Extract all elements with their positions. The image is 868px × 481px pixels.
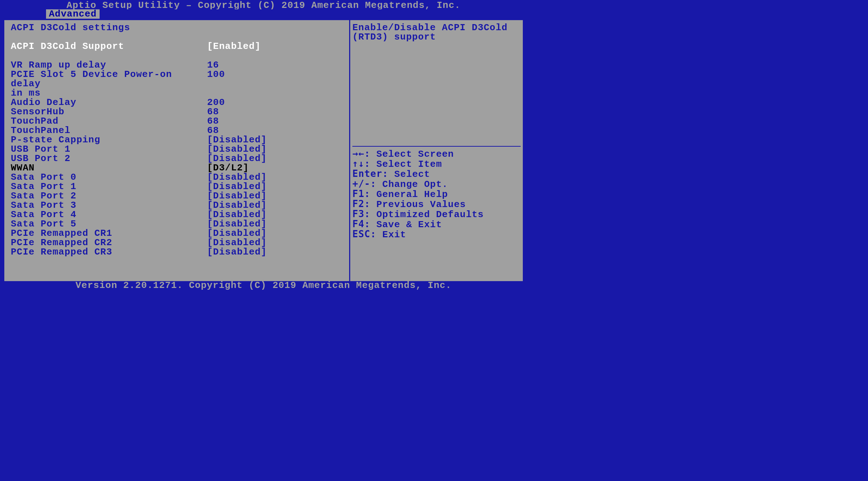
key-glyph: Enter: [352, 168, 394, 179]
setting-row[interactable]: USB Port 1[Disabled] [11, 145, 343, 154]
key-help-row: +/-: Change Opt. [352, 179, 521, 189]
setting-label: Sata Port 3 [11, 201, 207, 210]
setting-label: P-state Capping [11, 135, 207, 145]
setting-row[interactable]: WWAN[D3/L2] [11, 163, 343, 173]
setting-row-continuation: in ms [11, 88, 343, 98]
footer-version: Version 2.20.1271. Copyright (C) 2019 Am… [0, 282, 527, 290]
key-help-row: Enter: Select [352, 169, 521, 179]
key-text: Exit [382, 229, 406, 240]
key-text: Select [394, 169, 430, 180]
setting-value: 68 [207, 107, 219, 116]
setting-label: TouchPad [11, 116, 207, 126]
settings-panel: ACPI D3Cold settings ACPI D3Cold Support… [4, 20, 350, 281]
setting-row[interactable]: VR Ramp up delay16 [11, 60, 343, 70]
setting-row[interactable]: PCIe Remapped CR3[Disabled] [11, 247, 343, 257]
key-text: Save & Exit [376, 219, 442, 230]
setting-value: 68 [207, 126, 219, 135]
setting-value: [Disabled] [207, 210, 267, 219]
setting-value: [Disabled] [207, 154, 267, 163]
key-text: Optimized Defaults [376, 209, 484, 220]
key-glyph: →←: [352, 148, 376, 159]
key-help-row: →←: Select Screen [352, 149, 521, 159]
setting-row[interactable]: Sata Port 1[Disabled] [11, 182, 343, 191]
setting-value: [Disabled] [207, 247, 267, 257]
setting-row[interactable]: PCIe Remapped CR1[Disabled] [11, 229, 343, 238]
setting-row[interactable]: PCIE Slot 5 Device Power-on delay100 [11, 70, 343, 88]
key-glyph: F1: [352, 188, 376, 199]
help-divider [352, 146, 521, 147]
setting-label: USB Port 1 [11, 145, 207, 154]
setting-label: PCIE Slot 5 Device Power-on delay [11, 70, 207, 88]
setting-row[interactable]: Audio Delay200 [11, 98, 343, 107]
setting-row[interactable]: Sata Port 2[Disabled] [11, 191, 343, 201]
key-text: Previous Values [376, 199, 466, 210]
keys-section: →←: Select Screen↑↓: Select ItemEnter: S… [352, 149, 521, 239]
setting-row[interactable]: Sata Port 5[Disabled] [11, 219, 343, 229]
setting-value: 16 [207, 60, 219, 70]
key-glyph: +/-: [352, 178, 382, 189]
key-help-row: ↑↓: Select Item [352, 159, 521, 169]
setting-value: [Disabled] [207, 201, 267, 210]
setting-row[interactable]: PCIe Remapped CR2[Disabled] [11, 238, 343, 247]
header-title: Aptio Setup Utility – Copyright (C) 2019… [0, 0, 527, 9]
key-glyph: F2: [352, 198, 376, 209]
setting-label: Sata Port 0 [11, 173, 207, 182]
setting-row[interactable]: TouchPad68 [11, 116, 343, 126]
setting-value: [Disabled] [207, 238, 267, 247]
setting-value: 200 [207, 98, 225, 107]
key-text: Select Screen [376, 149, 454, 160]
setting-row[interactable]: Sata Port 0[Disabled] [11, 173, 343, 182]
key-text: General Help [376, 189, 448, 200]
setting-label: WWAN [11, 163, 207, 173]
setting-value: [Enabled] [207, 42, 261, 51]
tab-bar: Advanced [0, 9, 527, 19]
setting-row[interactable]: SensorHub68 [11, 107, 343, 116]
key-glyph: ↑↓: [352, 158, 376, 169]
setting-value: [Disabled] [207, 182, 267, 191]
setting-value: [Disabled] [207, 229, 267, 238]
setting-row[interactable]: Sata Port 3[Disabled] [11, 201, 343, 210]
setting-value: [D3/L2] [207, 163, 249, 173]
key-help-row: ESC: Exit [352, 229, 521, 239]
spacer [11, 51, 343, 60]
tab-advanced[interactable]: Advanced [46, 9, 100, 19]
setting-value: 100 [207, 70, 225, 88]
key-help-row: F4: Save & Exit [352, 219, 521, 229]
key-text: Change Opt. [382, 179, 448, 190]
setting-value: 68 [207, 116, 219, 126]
setting-row[interactable]: TouchPanel68 [11, 126, 343, 135]
setting-value: [Disabled] [207, 145, 267, 154]
setting-value: [Disabled] [207, 219, 267, 229]
setting-value: [Disabled] [207, 173, 267, 182]
main-container: ACPI D3Cold settings ACPI D3Cold Support… [3, 19, 524, 282]
help-panel: Enable/Disable ACPI D3Cold (RTD3) suppor… [350, 20, 523, 281]
setting-row[interactable]: USB Port 2[Disabled] [11, 154, 343, 163]
setting-label: PCIe Remapped CR2 [11, 238, 207, 247]
setting-label: PCIe Remapped CR1 [11, 229, 207, 238]
setting-label: in ms [11, 88, 207, 98]
setting-label: Sata Port 1 [11, 182, 207, 191]
key-help-row: F3: Optimized Defaults [352, 209, 521, 219]
setting-label: Audio Delay [11, 98, 207, 107]
setting-label: SensorHub [11, 107, 207, 116]
setting-value: [Disabled] [207, 191, 267, 201]
setting-label: Sata Port 5 [11, 219, 207, 229]
setting-label: Sata Port 4 [11, 210, 207, 219]
setting-label: TouchPanel [11, 126, 207, 135]
setting-row[interactable]: Sata Port 4[Disabled] [11, 210, 343, 219]
key-glyph: F4: [352, 219, 376, 229]
key-help-row: F2: Previous Values [352, 199, 521, 209]
setting-label: PCIe Remapped CR3 [11, 247, 207, 257]
setting-value: [Disabled] [207, 135, 267, 145]
section-title: ACPI D3Cold settings [11, 23, 343, 32]
key-help-row: F1: General Help [352, 189, 521, 199]
setting-row[interactable]: P-state Capping[Disabled] [11, 135, 343, 145]
help-text-line: (RTD3) support [352, 32, 521, 42]
setting-row[interactable]: ACPI D3Cold Support[Enabled] [11, 42, 343, 51]
key-glyph: F3: [352, 209, 376, 219]
setting-label: VR Ramp up delay [11, 60, 207, 70]
setting-label: ACPI D3Cold Support [11, 42, 207, 51]
key-glyph: ESC: [352, 229, 382, 239]
setting-label: Sata Port 2 [11, 191, 207, 201]
help-text-line: Enable/Disable ACPI D3Cold [352, 23, 521, 32]
